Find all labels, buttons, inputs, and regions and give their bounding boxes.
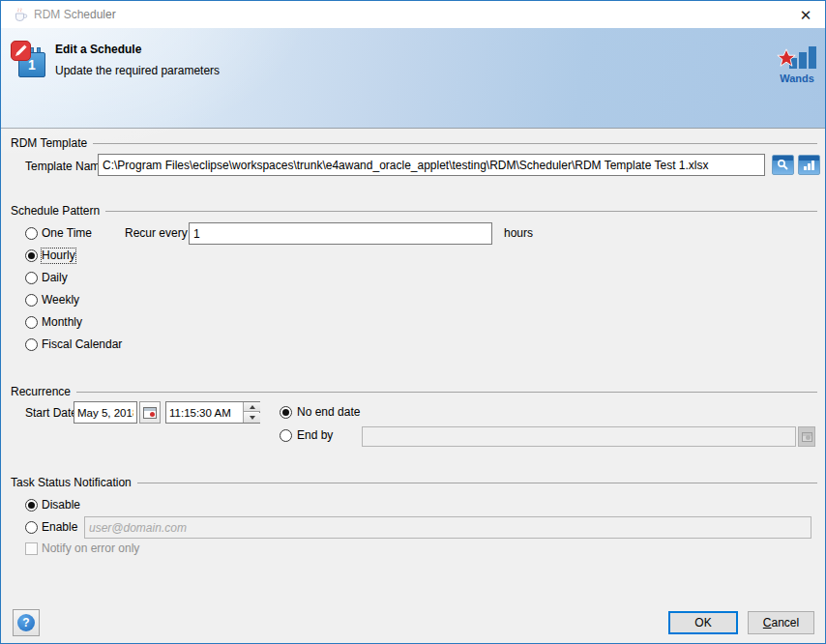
radio-daily-label[interactable]: Daily bbox=[42, 271, 68, 285]
start-time-input[interactable] bbox=[166, 402, 243, 423]
start-date-label: Start Date bbox=[25, 406, 77, 421]
edit-schedule-icon: 1 bbox=[11, 41, 53, 81]
calendar-icon bbox=[143, 407, 157, 419]
search-icon bbox=[777, 159, 789, 171]
radio-enable-label[interactable]: Enable bbox=[42, 520, 77, 535]
radio-hourly[interactable] bbox=[25, 249, 38, 262]
radio-no-end-date-label[interactable]: No end date bbox=[297, 405, 360, 420]
spinner-up-icon[interactable] bbox=[244, 402, 260, 412]
radio-fiscal-calendar[interactable] bbox=[25, 338, 38, 351]
radio-hourly-label[interactable]: Hourly bbox=[42, 249, 75, 263]
radio-daily[interactable] bbox=[25, 272, 38, 284]
notification-email-input bbox=[84, 516, 811, 539]
notify-on-error-checkbox bbox=[25, 542, 38, 555]
group-schedule-pattern: Schedule Pattern bbox=[11, 204, 817, 218]
wizard-header: 1 Edit a Schedule Update the required pa… bbox=[1, 28, 825, 129]
group-divider bbox=[93, 143, 817, 144]
radio-enable[interactable] bbox=[25, 521, 38, 534]
spinner-down-icon[interactable] bbox=[244, 413, 260, 423]
time-spinner bbox=[243, 402, 259, 423]
recur-every-input[interactable] bbox=[189, 222, 492, 245]
recur-every-label: Recur every bbox=[125, 226, 188, 241]
logo-bar bbox=[799, 52, 807, 69]
start-time-field bbox=[165, 401, 260, 424]
header-title: Edit a Schedule bbox=[55, 43, 141, 57]
group-rdm-template: RDM Template bbox=[11, 136, 817, 150]
group-divider bbox=[105, 211, 817, 212]
radio-end-by[interactable] bbox=[280, 429, 292, 442]
wands-logo: Wands bbox=[774, 42, 820, 84]
close-icon[interactable]: ✕ bbox=[792, 5, 819, 25]
report-options-button[interactable] bbox=[798, 155, 820, 175]
radio-monthly-label[interactable]: Monthly bbox=[42, 315, 82, 330]
cancel-button-label: Cancel bbox=[763, 616, 799, 629]
logo-text: Wands bbox=[774, 73, 820, 84]
group-label: Recurrence bbox=[11, 385, 71, 398]
template-name-label: Template Name bbox=[25, 160, 106, 174]
start-date-input[interactable] bbox=[74, 401, 137, 424]
group-divider bbox=[76, 392, 817, 393]
radio-weekly-label[interactable]: Weekly bbox=[42, 293, 79, 307]
cancel-button[interactable]: Cancel bbox=[748, 611, 814, 634]
group-label: Schedule Pattern bbox=[11, 204, 100, 218]
rdm-scheduler-dialog: RDM Scheduler ✕ 1 Edit a Schedule Update… bbox=[0, 0, 826, 644]
group-divider bbox=[137, 483, 817, 483]
start-date-calendar-button[interactable] bbox=[139, 401, 161, 424]
radio-one-time-label[interactable]: One Time bbox=[42, 226, 92, 241]
calendar-icon bbox=[802, 432, 812, 442]
radio-monthly[interactable] bbox=[25, 316, 38, 329]
ok-button-label: OK bbox=[694, 616, 711, 629]
header-subtitle: Update the required parameters bbox=[55, 64, 220, 78]
edit-pencil-icon bbox=[11, 41, 31, 61]
group-label: Task Status Notification bbox=[11, 476, 132, 489]
template-name-input[interactable] bbox=[98, 154, 765, 176]
bar-chart-icon bbox=[803, 160, 815, 171]
group-task-status-notification: Task Status Notification bbox=[11, 476, 817, 489]
group-label: RDM Template bbox=[11, 136, 87, 150]
radio-no-end-date[interactable] bbox=[280, 406, 292, 419]
ok-button[interactable]: OK bbox=[668, 611, 738, 634]
help-button[interactable]: ? bbox=[13, 609, 40, 636]
radio-fiscal-calendar-label[interactable]: Fiscal Calendar bbox=[42, 337, 122, 352]
radio-weekly[interactable] bbox=[25, 294, 38, 307]
browse-template-button[interactable] bbox=[772, 155, 794, 175]
end-by-input bbox=[362, 426, 796, 447]
help-icon: ? bbox=[17, 614, 35, 631]
end-by-calendar-button bbox=[798, 426, 815, 447]
radio-disable-label[interactable]: Disable bbox=[42, 498, 80, 512]
radio-end-by-label[interactable]: End by bbox=[297, 428, 333, 443]
logo-star-icon bbox=[776, 47, 797, 69]
notify-on-error-label: Notify on error only bbox=[42, 542, 139, 556]
logo-bar bbox=[809, 46, 816, 69]
recur-unit-label: hours bbox=[504, 226, 533, 241]
radio-disable[interactable] bbox=[25, 499, 38, 512]
radio-one-time[interactable] bbox=[25, 227, 38, 240]
group-recurrence: Recurrence bbox=[11, 385, 817, 398]
